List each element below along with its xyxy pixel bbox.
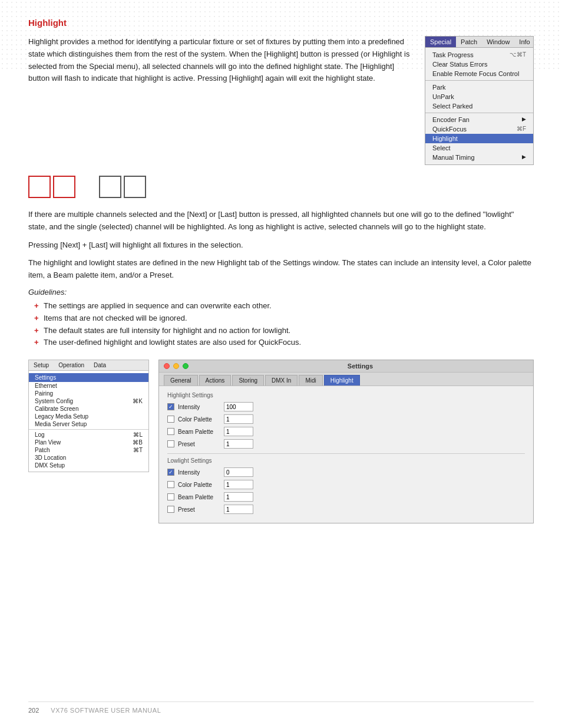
body-para-3: Pressing [Next] + [Last] will highlight … (28, 239, 534, 252)
setup-menu-body: Settings Ethernet Pairing System Config⌘… (29, 371, 148, 472)
settings-section-divider (167, 453, 525, 454)
setup-menu-item-3d-location: 3D Location (29, 454, 148, 462)
menu-item-highlight: Highlight (425, 134, 533, 143)
menu-item-manual-timing: Manual Timing (425, 153, 533, 162)
highlight-beam-row: Beam Palette (167, 427, 525, 436)
bullet-item-2: Items that are not checked will be ignor… (34, 312, 534, 325)
menu-item-select: Select (425, 143, 533, 153)
settings-tab-highlight: Highlight (324, 375, 360, 386)
settings-tab-storing: Storing (232, 375, 264, 386)
setup-menu-section-settings: Settings (29, 373, 148, 382)
setup-menu-item-patch: Patch⌘T (29, 446, 148, 454)
menu-item-remote-focus: Enable Remote Focus Control (425, 69, 533, 78)
settings-body: Highlight Settings ✓ Intensity Color Pal… (159, 386, 533, 523)
highlight-color-label: Color Palette (178, 416, 220, 423)
lowlight-intensity-label: Intensity (178, 469, 220, 476)
para2-text: If there are multiple channels selected … (28, 210, 514, 231)
highlight-color-checkbox (167, 416, 174, 423)
menu-item-task-progress: Task Progress ⌥⌘T (425, 50, 533, 60)
lowlight-beam-input[interactable] (224, 492, 253, 502)
menu-item-unpark: UnPark (425, 92, 533, 101)
lowlight-intensity-row: ✓ Intensity (167, 467, 525, 477)
menu-header-window: Window (482, 37, 514, 47)
highlight-intensity-row: ✓ Intensity (167, 402, 525, 411)
footer-page-number: 202 (28, 707, 39, 714)
setup-menu-item-calibrate: Calibrate Screen (29, 405, 148, 413)
bullet-item-3: The default states are full intensity fo… (34, 325, 534, 337)
fixture-box-3 (99, 176, 121, 198)
para3-text: Pressing [Next] + [Last] will highlight … (28, 241, 243, 249)
footer-manual-title: VX76 SOFTWARE USER MANUAL (51, 707, 161, 714)
menu-item-clear-status: Clear Status Errors (425, 60, 533, 69)
intro-section: Highlight provides a method for identify… (28, 36, 534, 165)
bullet-list: The settings are applied in sequence and… (34, 300, 534, 349)
highlight-intensity-checkbox: ✓ (167, 403, 174, 410)
setup-menu-item-ethernet: Ethernet (29, 382, 148, 390)
traffic-light-green (183, 363, 189, 369)
menu-header-special: Special (425, 37, 456, 47)
intro-paragraph: Highlight provides a method for identify… (28, 36, 413, 165)
fixture-box-1 (28, 176, 51, 198)
highlight-preset-label: Preset (178, 441, 220, 447)
setup-menu-item-dmx-setup: DMX Setup (29, 462, 148, 469)
lowlight-preset-label: Preset (178, 506, 220, 513)
special-menu-body: Task Progress ⌥⌘T Clear Status Errors En… (425, 48, 533, 164)
highlight-preset-checkbox (167, 440, 174, 447)
highlight-intensity-label: Intensity (178, 404, 220, 410)
fixture-box-4 (124, 176, 146, 198)
settings-tab-general: General (164, 375, 198, 386)
setup-menu-divider (29, 429, 148, 430)
setup-menu-item-media-server: Media Server Setup (29, 420, 148, 428)
setup-menu-tab-operation: Operation (54, 360, 89, 370)
menu-item-quickfocus: QuickFocus ⌘F (425, 124, 533, 134)
lowlight-color-label: Color Palette (178, 482, 220, 488)
settings-titlebar: Settings (159, 360, 533, 373)
setup-menu-item-log: Log⌘L (29, 431, 148, 439)
traffic-light-yellow (173, 363, 179, 369)
lowlight-preset-row: Preset (167, 505, 525, 514)
page-title: Highlight (28, 18, 534, 28)
menu-item-encoder-fan: Encoder Fan (425, 115, 533, 124)
settings-window-screenshot: Settings General Actions Storing DMX In … (158, 360, 534, 523)
setup-menu-tab-data: Data (89, 360, 111, 370)
fixture-diagram-normal (99, 176, 146, 198)
special-menu-screenshot: Special Patch Window Info Task Progress … (425, 36, 534, 165)
lowlight-beam-label: Beam Palette (178, 494, 220, 500)
menu-item-select-parked: Select Parked (425, 101, 533, 111)
highlight-color-row: Color Palette (167, 414, 525, 424)
lowlight-preset-input[interactable] (224, 505, 253, 514)
highlight-beam-input[interactable] (224, 427, 253, 436)
lowlight-color-input[interactable] (224, 480, 253, 489)
highlight-beam-checkbox (167, 428, 174, 435)
para4-text: The highlight and lowlight states are de… (28, 258, 531, 279)
highlight-color-input[interactable] (224, 414, 253, 424)
highlight-settings-label: Highlight Settings (167, 392, 525, 398)
menu-item-park: Park (425, 83, 533, 92)
guidelines-label: Guidelines: (28, 288, 534, 297)
traffic-light-red (164, 363, 170, 369)
menu-divider-1 (425, 80, 533, 81)
lowlight-intensity-input[interactable] (224, 467, 253, 477)
menu-header-patch: Patch (456, 37, 482, 47)
screenshots-row: Setup Operation Data Settings Ethernet P… (28, 360, 534, 523)
setup-menu-screenshot: Setup Operation Data Settings Ethernet P… (28, 360, 149, 472)
highlight-preset-input[interactable] (224, 439, 253, 449)
settings-tab-midi: Midi (299, 375, 322, 386)
menu-header-info: Info (514, 37, 534, 47)
setup-menu-header: Setup Operation Data (29, 360, 148, 371)
bullet-item-4: The user-defined highlight and lowlight … (34, 337, 534, 349)
fixture-diagram-selected (28, 176, 75, 198)
setup-menu-tab-setup: Setup (29, 360, 54, 370)
menu-divider-2 (425, 113, 533, 113)
intro-text-content: Highlight provides a method for identify… (28, 37, 409, 83)
highlight-beam-label: Beam Palette (178, 429, 220, 435)
lowlight-color-checkbox (167, 481, 174, 488)
lowlight-beam-checkbox (167, 493, 174, 500)
lowlight-beam-row: Beam Palette (167, 492, 525, 502)
page-footer: 202 VX76 SOFTWARE USER MANUAL (28, 701, 534, 714)
setup-menu-item-system-config: System Config⌘K (29, 397, 148, 405)
setup-menu-item-pairing: Pairing (29, 390, 148, 397)
lowlight-color-row: Color Palette (167, 480, 525, 489)
highlight-preset-row: Preset (167, 439, 525, 449)
highlight-intensity-input[interactable] (224, 402, 253, 411)
